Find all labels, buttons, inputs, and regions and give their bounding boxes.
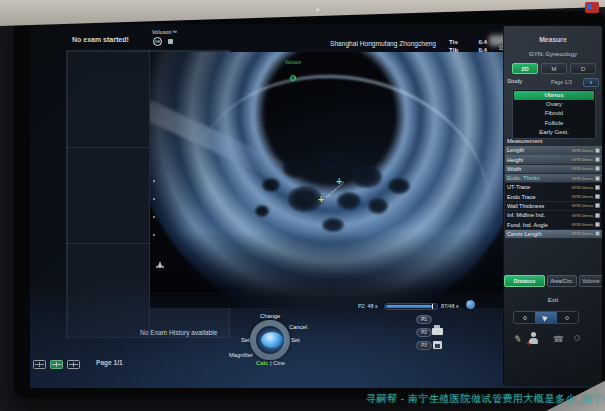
cine-label: P2: 48 s [358,303,378,309]
measurement-checkbox[interactable] [595,157,600,162]
study-item-fibroid[interactable]: Fibroid [514,109,594,118]
study-item-early-gest[interactable]: Early Gest. [514,128,594,137]
ultrasound-image: + + Voluson GE [150,52,505,308]
measurement-label: Inf. Midline Ind. [507,212,571,218]
calc-label: Calc [256,360,268,366]
next-page-button[interactable]: › [583,78,599,87]
trackball-icon [261,332,283,348]
study-item-uterus[interactable]: Uterus [514,91,594,100]
measurement-checkbox[interactable] [595,176,600,181]
measurement-row-inf-midline[interactable]: Inf. Midline Ind. GYN Uterus [505,211,602,220]
depth-marker [153,234,155,236]
pkey-p3[interactable]: P3 [416,341,432,350]
cine-mode-label: | Cine [270,360,285,366]
measurement-tag: GYN Uterus [571,194,593,199]
trackball-mode-label: Calc | Cine [256,360,285,366]
mode-m-button[interactable]: M [541,63,567,74]
no-history-status: No Exam History available [140,329,217,336]
study-item-follicle[interactable]: Follicle [514,119,594,128]
measurement-tag: GYN Uterus [571,166,593,171]
measurement-label: Wall Thickness [507,203,571,209]
no-exam-status: No exam started! [72,36,129,43]
exit-button[interactable]: Exit [504,296,602,303]
depth-marker [153,180,155,182]
measurement-tag: GYN Uterus [571,213,593,218]
measurement-label: Endo Trace [507,194,571,200]
phone-icon[interactable]: ☎ [553,334,564,344]
add-plus-icon: + [526,339,531,348]
panel-subtitle: GYN: Gynecology [504,51,602,57]
voluson-logo: Voluson™ [152,29,177,35]
mode-d-button[interactable]: D [570,63,596,74]
photo-of-ultrasound-monitor: No exam started! Voluson™ GE Shanghai Ho… [0,0,605,411]
measurement-row-length[interactable]: Length GYN Uterus [505,146,602,155]
toggle-left[interactable] [514,312,535,323]
pencil-icon[interactable]: ✎ [513,333,522,344]
measurement-checkbox[interactable] [595,231,600,236]
mode-buttons: 2D M D [512,63,596,74]
measurement-checkbox[interactable] [595,194,600,199]
measurement-row-width[interactable]: Width GYN Uterus [505,165,602,174]
measurement-checkbox[interactable] [595,213,600,218]
volume-button[interactable]: Volume [579,275,602,287]
measurement-row-endo-thickn[interactable]: Endo. Thickn. GYN Uterus [505,174,602,183]
measurement-label: Height [507,157,571,163]
ring-icon [565,316,569,320]
measurement-tag: GYN Uterus [571,148,593,153]
measurement-row-cervix-length[interactable]: Cervix Length GYN Uterus [505,230,602,239]
measurement-checkbox[interactable] [595,148,600,153]
pkey-p1[interactable]: P1 [416,315,432,324]
trackball-left-label: Set [241,337,250,343]
watermark-logo [585,2,599,13]
depth-marker [153,216,155,218]
layout-icon-1[interactable] [33,360,46,369]
measurement-row-fund-ind-angle[interactable]: Fund. Ind. Angle GYN Uterus [505,220,602,229]
measurement-label: Endo. Thickn. [507,175,571,181]
measurement-checkbox[interactable] [595,203,600,208]
printer-icon [432,328,443,335]
pkey-p2[interactable]: P2 [416,328,432,337]
measurement-tag: GYN Uterus [571,203,593,208]
measurement-label: UT-Trace [507,184,571,190]
panel-icon-row: ✎ + ☎ [504,332,602,350]
measurement-label: Width [507,166,571,172]
measurement-row-endo-trace[interactable]: Endo Trace GYN Uterus [505,192,602,201]
cine-progress-fill [386,305,432,308]
panel-title: Measure [504,36,602,43]
measurement-header: Measurement [507,138,542,144]
cine-play-icon[interactable] [466,300,475,309]
measurement-checkbox[interactable] [595,222,600,227]
measurement-label: Cervix Length [507,231,571,237]
area-circ-button[interactable]: Area/Circ. [547,275,577,287]
measurement-row-height[interactable]: Height GYN Uterus [505,155,602,164]
distance-button[interactable]: Distance [504,275,545,287]
measurement-checkbox[interactable] [595,185,600,190]
layout-icon-3[interactable] [67,360,80,369]
trackball-right-label: Set [291,337,300,343]
measurement-row-wall-thickness[interactable]: Wall Thickness GYN Uterus [505,202,602,211]
study-row: Study Page 1/3 › [507,78,600,87]
image-shading [150,52,505,308]
study-item-ovary[interactable]: Ovary [514,100,594,109]
ge-logo-icon: GE [153,37,162,46]
cine-cursor[interactable] [432,304,434,309]
toggle-cursor-active[interactable] [535,312,556,323]
video-watermark: 寻嗣帮 - 南宁生殖医院做试管费用大概是多少_南宁生 [366,392,605,406]
measurement-label: Fund. Ind. Angle [507,222,571,228]
glare-speck: * [316,6,320,16]
logo-square-icon [168,39,173,44]
measurement-checkbox[interactable] [595,166,600,171]
mode-2d-button[interactable]: 2D [512,63,538,74]
page-indicator: Page 1/1 [96,359,123,366]
toggle-right[interactable] [557,312,578,323]
measurement-tag: GYN Uterus [571,231,593,236]
layout-icon-2-active[interactable] [50,360,63,369]
measurement-tag: GYN Uterus [571,185,593,190]
measurement-label: Length [507,147,571,153]
voluson-text: Voluson [285,60,301,65]
trackball-topright-label: Cancel [289,324,307,330]
record-circle-icon[interactable] [574,335,580,341]
trackball-bottomleft-label: Magnifier [229,352,253,358]
cine-progress-bar[interactable] [384,303,438,310]
measurement-row-ut-trace[interactable]: UT-Trace GYN Uterus [505,183,602,192]
